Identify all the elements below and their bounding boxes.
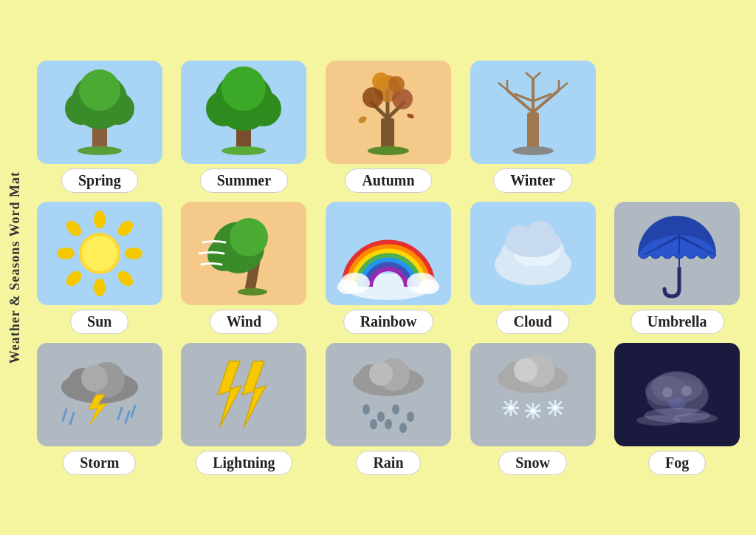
card-umbrella: Umbrella (609, 202, 745, 334)
svg-point-54 (82, 236, 117, 271)
svg-point-47 (57, 248, 75, 259)
image-autumn (326, 61, 451, 164)
svg-point-129 (636, 415, 681, 426)
svg-point-11 (221, 67, 266, 111)
svg-point-93 (369, 362, 393, 386)
svg-point-130 (673, 413, 718, 423)
svg-line-36 (533, 72, 540, 79)
svg-point-51 (115, 217, 136, 238)
card-cloud: Cloud (465, 202, 601, 334)
image-umbrella (614, 202, 740, 305)
svg-point-94 (362, 404, 370, 415)
svg-point-81 (81, 365, 108, 392)
label-fog: Fog (648, 451, 706, 475)
svg-point-126 (681, 386, 692, 396)
image-summer (181, 61, 306, 164)
label-autumn: Autumn (345, 168, 431, 193)
svg-point-22 (357, 115, 368, 124)
svg-point-45 (94, 211, 106, 228)
card-rainbow: Rainbow (320, 202, 456, 334)
svg-point-72 (526, 221, 555, 251)
label-wind: Wind (210, 310, 278, 334)
svg-point-98 (370, 419, 377, 429)
svg-point-119 (553, 406, 557, 410)
card-rain: Rain (320, 343, 456, 475)
image-winter (470, 61, 596, 164)
sidebar-label: Weather & Seasons Word Mat (7, 171, 23, 364)
card-snow: Snow (465, 343, 601, 475)
svg-point-62 (337, 279, 358, 294)
label-umbrella: Umbrella (630, 310, 724, 334)
image-rain (326, 343, 451, 446)
svg-point-46 (94, 279, 106, 296)
image-snow (470, 343, 596, 446)
card-grid: Spring Summer (32, 61, 745, 475)
svg-line-86 (126, 412, 129, 423)
svg-point-125 (662, 387, 673, 398)
svg-point-100 (399, 423, 407, 433)
svg-point-118 (531, 409, 535, 413)
svg-point-52 (63, 268, 84, 288)
svg-point-25 (512, 146, 554, 155)
svg-point-59 (230, 218, 268, 256)
svg-line-33 (559, 83, 568, 90)
svg-line-84 (70, 413, 74, 424)
label-rain: Rain (356, 451, 420, 475)
card-storm: Storm (32, 343, 168, 475)
label-summer: Summer (200, 168, 288, 193)
svg-point-99 (385, 419, 392, 429)
card-fog: Fog (609, 343, 745, 475)
image-sun (37, 202, 162, 305)
svg-point-20 (372, 72, 390, 90)
svg-line-35 (526, 72, 533, 79)
svg-line-85 (118, 408, 122, 419)
label-winter: Winter (493, 168, 572, 193)
label-lightning: Lightning (196, 451, 292, 475)
svg-point-96 (392, 404, 399, 415)
image-storm (37, 343, 162, 446)
card-spring: Spring (32, 61, 168, 193)
image-fog (614, 343, 740, 446)
svg-point-13 (368, 146, 409, 155)
svg-point-18 (362, 87, 383, 108)
svg-line-31 (498, 83, 507, 90)
label-sun: Sun (70, 310, 128, 334)
svg-point-97 (407, 412, 414, 422)
svg-rect-24 (527, 112, 539, 149)
svg-point-49 (63, 217, 84, 238)
svg-line-27 (533, 90, 559, 112)
svg-line-26 (507, 90, 533, 112)
card-wind: Wind (176, 202, 312, 334)
svg-point-1 (78, 146, 122, 155)
label-storm: Storm (63, 451, 136, 475)
svg-point-117 (509, 406, 513, 410)
svg-point-5 (79, 69, 120, 111)
svg-point-127 (668, 398, 686, 409)
svg-point-7 (221, 146, 266, 155)
card-autumn: Autumn (320, 61, 456, 193)
svg-marker-88 (218, 361, 241, 428)
page: Weather & Seasons Word Mat Spring (0, 0, 756, 535)
image-rainbow (326, 202, 451, 305)
svg-rect-12 (381, 118, 394, 149)
svg-point-64 (419, 279, 439, 294)
label-rainbow: Rainbow (343, 310, 434, 334)
label-cloud: Cloud (496, 310, 568, 334)
svg-marker-89 (242, 361, 266, 428)
card-winter: Winter (465, 61, 601, 193)
svg-point-104 (514, 358, 537, 382)
image-wind (181, 202, 306, 305)
svg-point-50 (115, 268, 136, 288)
label-spring: Spring (61, 168, 138, 193)
svg-point-21 (388, 76, 405, 92)
svg-point-95 (377, 412, 385, 422)
svg-line-87 (131, 406, 135, 417)
svg-point-23 (406, 112, 414, 119)
image-lightning (181, 343, 306, 446)
svg-point-56 (238, 288, 267, 296)
label-snow: Snow (498, 451, 567, 475)
image-cloud (470, 202, 596, 305)
card-lightning: Lightning (176, 343, 312, 475)
svg-point-48 (125, 248, 142, 259)
card-sun: Sun (32, 202, 168, 334)
